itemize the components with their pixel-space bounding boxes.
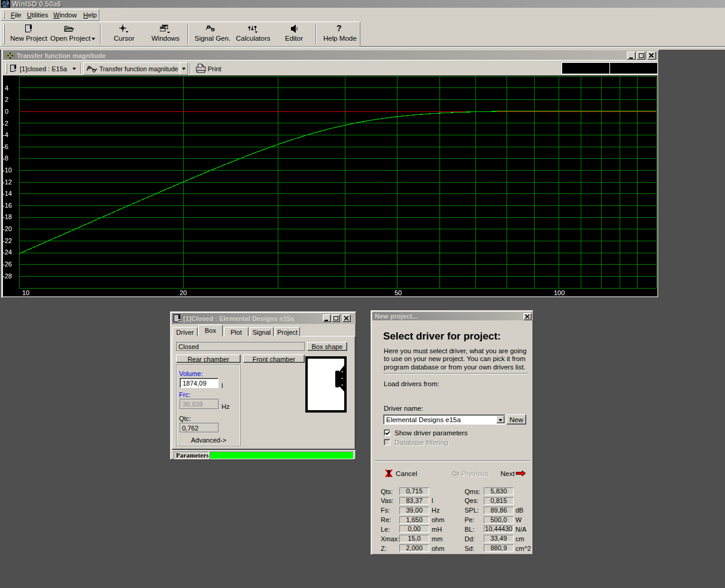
svg-text:-18: -18 — [3, 213, 12, 220]
svg-text:-26: -26 — [3, 260, 12, 268]
svg-text:10: 10 — [22, 289, 29, 296]
svg-text:-14: -14 — [3, 190, 12, 197]
svg-text:20: 20 — [180, 289, 187, 296]
svg-text:-16: -16 — [3, 202, 12, 209]
svg-text:0: 0 — [5, 108, 8, 115]
svg-text:-2: -2 — [3, 120, 8, 127]
svg-text:4: 4 — [5, 84, 8, 92]
svg-text:-20: -20 — [3, 225, 12, 232]
svg-text:-4: -4 — [3, 131, 8, 138]
svg-text:-12: -12 — [3, 178, 12, 186]
svg-text:-10: -10 — [3, 166, 12, 174]
svg-text:2: 2 — [5, 96, 8, 103]
svg-text:50: 50 — [395, 289, 402, 296]
svg-text:100: 100 — [554, 289, 565, 296]
svg-text:-24: -24 — [3, 248, 12, 256]
svg-text:-8: -8 — [3, 154, 8, 162]
svg-text:-28: -28 — [3, 272, 12, 280]
svg-text:-22: -22 — [3, 237, 12, 244]
svg-text:-6: -6 — [3, 143, 8, 150]
